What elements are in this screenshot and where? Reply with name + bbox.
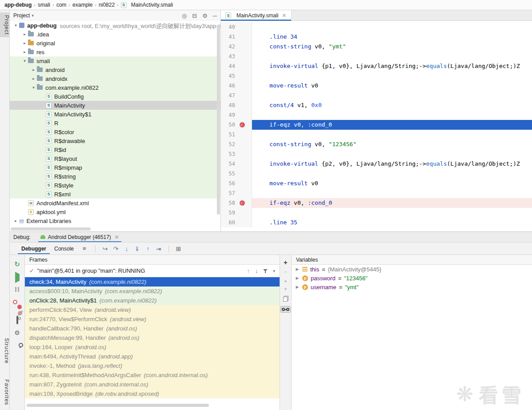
chevron-right-icon[interactable]: ▶ <box>295 276 300 280</box>
tree-item[interactable]: ▸androidx <box>10 74 220 83</box>
chevron-down-icon[interactable]: ▾ <box>30 85 37 90</box>
chevron-right-icon[interactable]: ▸ <box>30 68 37 72</box>
breadcrumb-item[interactable]: com <box>56 2 68 8</box>
step-over-icon[interactable]: ↷ <box>111 245 121 252</box>
tree-item[interactable]: SR$color <box>10 127 220 136</box>
stack-frame[interactable]: loop:164, Looper(android.os) <box>25 342 280 352</box>
move-up-icon[interactable]: ▲ <box>284 279 288 283</box>
tree-item[interactable]: ▾com.example.ni0822 <box>10 83 220 92</box>
breadcrumb-item[interactable]: ni0822 <box>98 2 116 8</box>
add-watch-icon[interactable]: + <box>284 259 288 265</box>
stack-frame[interactable]: run:24770, View$PerformClick(android.vie… <box>25 314 280 324</box>
force-step-into-icon[interactable]: ⇓ <box>132 245 143 252</box>
run-to-cursor-icon[interactable]: ⇥ <box>153 245 164 252</box>
chevron-right-icon[interactable]: ▸ <box>21 32 28 36</box>
frame-up-icon[interactable]: ↑ <box>247 267 250 274</box>
tree-item[interactable]: SR$string <box>10 172 220 181</box>
chevron-right-icon[interactable]: ▶ <box>295 285 300 289</box>
chevron-right-icon[interactable]: ▸ <box>21 41 28 45</box>
code-editor[interactable]: 4041 .line 3442 const-string v0, "ymt"43… <box>221 21 532 227</box>
close-icon[interactable]: ✕ <box>115 234 119 240</box>
chevron-down-icon[interactable]: ▾ <box>273 269 275 273</box>
stack-frame[interactable]: main:108, XposedBridge(de.robv.android.x… <box>25 389 280 398</box>
code-line[interactable]: 44 invoke-virtual {p1, v0}, Ljava/lang/S… <box>221 61 532 71</box>
settings-icon[interactable]: ⚙ <box>14 330 20 336</box>
duplicate-icon[interactable] <box>283 296 288 302</box>
stack-frame[interactable]: run:438, RuntimeInit$MethodAndArgsCaller… <box>25 370 280 380</box>
tree-item[interactable]: ▸.idea <box>10 30 220 39</box>
tree-item[interactable]: ▾smali <box>10 56 220 65</box>
hide-icon[interactable]: ─ <box>213 12 217 19</box>
tool-window-tab-favorites[interactable]: Favorites <box>0 377 10 408</box>
code-line[interactable]: 53 <box>221 149 532 159</box>
breadcrumb-item[interactable]: SMainActivity.smali <box>120 2 174 8</box>
code-line[interactable]: 58 if-eqz v0, :cond_0 <box>221 198 532 208</box>
breadcrumb-item[interactable]: smali <box>37 2 51 8</box>
code-line[interactable]: 46 move-result v0 <box>221 81 532 91</box>
tree-item[interactable]: SR <box>10 119 220 127</box>
stack-frame[interactable]: handleCallback:790, Handler(android.os) <box>25 324 280 333</box>
pause-icon[interactable] <box>15 287 19 292</box>
code-line[interactable]: 59 <box>221 208 532 218</box>
tree-item[interactable]: SR$layout <box>10 154 220 163</box>
chevron-down-icon[interactable]: ▾ <box>21 59 28 63</box>
breadcrumb-item[interactable]: example <box>72 2 93 8</box>
code-line[interactable]: 42 const-string v0, "ymt" <box>221 42 532 52</box>
tree-item[interactable]: MAndroidManifest.xml <box>10 199 220 207</box>
stack-frame[interactable]: main:6494, ActivityThread(android.app) <box>25 352 280 361</box>
collapse-all-icon[interactable]: ⊟ <box>192 12 197 19</box>
scrollbar[interactable] <box>27 404 209 407</box>
code-line[interactable]: 55 <box>221 169 532 179</box>
tree-item[interactable]: ▾app-debugsources root, E:\my_world\hya_… <box>10 21 220 30</box>
stack-frame[interactable]: performClick:6294, View(android.view) <box>25 305 280 314</box>
tree-item[interactable]: SR$id <box>10 145 220 154</box>
project-view-selector[interactable]: Project <box>13 12 30 19</box>
chevron-right-icon[interactable]: ▸ <box>21 50 28 54</box>
close-icon[interactable]: ✕ <box>282 12 286 19</box>
code-line[interactable]: 50 if-eqz v0, :cond_0 <box>221 120 532 130</box>
tree-item[interactable]: SBuildConfig <box>10 92 220 101</box>
tree-item[interactable]: SMainActivity <box>10 101 220 110</box>
code-line[interactable]: 40 <box>221 22 532 32</box>
locate-icon[interactable]: ◎ <box>182 12 187 19</box>
stack-frame[interactable]: main:807, ZygoteInit(com.android.interna… <box>25 380 280 389</box>
tree-item[interactable]: ▸▤External Libraries <box>10 216 220 225</box>
scrollbar[interactable] <box>217 24 220 215</box>
show-execution-point-icon[interactable]: ↪ <box>100 245 111 252</box>
stack-frame[interactable]: access$000:10, MainActivity(com.example.… <box>25 287 280 296</box>
chevron-down-icon[interactable]: ▾ <box>12 23 19 28</box>
tab-console[interactable]: Console <box>51 243 77 254</box>
tree-item[interactable]: SMainActivity$1 <box>10 110 220 119</box>
chevron-right-icon[interactable]: ▸ <box>12 219 19 223</box>
thread-dump-icon[interactable] <box>16 317 18 323</box>
debug-session-tab[interactable]: Android Debugger (46517) ✕ <box>37 232 123 242</box>
tab-debugger[interactable]: Debugger <box>18 243 50 254</box>
thread-selector[interactable]: ✓ "main"@5,401 in group "main": RUNNING … <box>25 265 280 277</box>
variable-row[interactable]: ▶pusername = "ymt" <box>292 283 532 291</box>
code-line[interactable]: 49 <box>221 110 532 120</box>
stack-frame[interactable]: onClick:28, MainActivity$1(com.example.n… <box>25 296 280 305</box>
tree-item[interactable]: SR$drawable <box>10 136 220 145</box>
code-line[interactable]: 57 <box>221 188 532 198</box>
settings-icon[interactable]: ⚙ <box>202 12 208 19</box>
remove-watch-icon[interactable]: − <box>284 270 287 275</box>
show-watches-icon[interactable] <box>280 306 291 313</box>
code-line[interactable]: 48 const/4 v1, 0x0 <box>221 100 532 110</box>
tree-item[interactable]: ▸res <box>10 48 220 56</box>
step-into-icon[interactable]: ↓ <box>121 245 132 252</box>
scrollbar[interactable] <box>11 227 91 231</box>
step-out-icon[interactable]: ↑ <box>143 245 153 252</box>
breadcrumb-item[interactable]: app-debug <box>4 2 32 8</box>
code-line[interactable]: 56 move-result v0 <box>221 179 532 188</box>
stack-frame[interactable]: invoke:-1, Method(java.lang.reflect) <box>25 361 280 370</box>
tree-item[interactable]: SR$style <box>10 181 220 190</box>
move-down-icon[interactable]: ▼ <box>284 287 288 291</box>
code-line[interactable]: 54 invoke-virtual {p2, v0}, Ljava/lang/S… <box>221 159 532 169</box>
code-line[interactable]: 52 const-string v0, "123456" <box>221 139 532 149</box>
resume-icon[interactable] <box>15 274 20 281</box>
frame-down-icon[interactable]: ↓ <box>255 267 258 274</box>
code-line[interactable]: 51 <box>221 130 532 139</box>
stack-frame[interactable]: check:34, MainActivity(com.example.ni082… <box>25 277 280 287</box>
code-line[interactable]: 45 <box>221 71 532 81</box>
layout-settings-icon[interactable]: ⊞ <box>173 245 184 252</box>
